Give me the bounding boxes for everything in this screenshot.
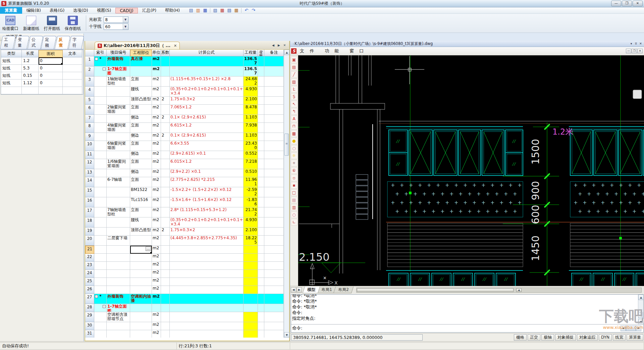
- lookup-cell[interactable]: 0: [39, 57, 63, 65]
- note-cell[interactable]: [264, 123, 284, 133]
- coef-cell[interactable]: [161, 330, 170, 338]
- variable-cell[interactable]: [258, 254, 264, 262]
- formula-cell[interactable]: [170, 312, 244, 322]
- lookup-cell[interactable]: 0.15: [22, 72, 39, 80]
- row-number[interactable]: 26: [85, 286, 94, 294]
- item-cell[interactable]: 1轴附墙造型柱: [107, 77, 130, 87]
- tree-cell[interactable]: [94, 207, 107, 217]
- coef-cell[interactable]: 2: [161, 115, 170, 123]
- bulb-off-icon[interactable]: ○: [291, 145, 298, 152]
- item-cell[interactable]: [107, 262, 130, 270]
- lookup-cell[interactable]: [63, 80, 82, 87]
- row-number[interactable]: 4: [85, 87, 94, 97]
- menu-item-算算量[interactable]: 算算量: [0, 7, 22, 14]
- unit-cell[interactable]: m2: [152, 141, 161, 151]
- scroll-right-icon[interactable]: ▶: [636, 326, 641, 331]
- note-cell[interactable]: [264, 278, 284, 286]
- unit-cell[interactable]: m2: [152, 56, 161, 66]
- item-cell[interactable]: 6-7轴墙: [107, 177, 130, 187]
- item-cell[interactable]: [107, 246, 130, 254]
- layout-scroll-left-icon[interactable]: ◀: [291, 287, 296, 293]
- row-number[interactable]: 3: [85, 77, 94, 87]
- coef-cell[interactable]: 2: [161, 97, 170, 105]
- doc-icon[interactable]: ▤: [291, 197, 298, 203]
- scroll-down-icon[interactable]: ▼: [638, 319, 644, 324]
- coef-cell[interactable]: [161, 217, 170, 228]
- cad-menu-窗口[interactable]: 窗 口: [350, 48, 366, 54]
- part-cell[interactable]: TLc1516: [130, 197, 152, 207]
- variable-cell[interactable]: [258, 56, 264, 66]
- part-cell[interactable]: 顶部凸造型: [130, 228, 152, 236]
- formula-cell[interactable]: 6.015×1.2: [170, 159, 244, 169]
- formula-cell[interactable]: [170, 322, 244, 330]
- collapse-icon[interactable]: -: [95, 295, 98, 298]
- part-cell[interactable]: BM1522: [130, 187, 152, 197]
- part-cell[interactable]: [130, 262, 152, 270]
- part-cell[interactable]: [130, 322, 152, 330]
- cad-minimize-button[interactable]: —: [626, 49, 631, 53]
- variable-cell[interactable]: [258, 330, 264, 338]
- unit-cell[interactable]: m2: [152, 177, 161, 187]
- tree-cell[interactable]: [94, 169, 107, 177]
- item-cell[interactable]: [107, 322, 130, 330]
- pick-box-icon[interactable]: ↰: [291, 108, 298, 115]
- quantity-cell[interactable]: 136.57: [244, 66, 258, 77]
- row-number[interactable]: 6: [85, 105, 94, 115]
- part-cell[interactable]: 侧边: [130, 133, 152, 141]
- note-cell[interactable]: [264, 77, 284, 87]
- cursor-width-select[interactable]: 8▼: [104, 16, 128, 23]
- lookup-cell[interactable]: [63, 72, 82, 80]
- part-cell[interactable]: 空调柜内油漆: [130, 294, 152, 304]
- row-number[interactable]: 5: [85, 97, 94, 105]
- tree-cell[interactable]: [94, 151, 107, 159]
- formula-cell[interactable]: 0.1× (2.9+2.615): [170, 133, 244, 141]
- formula-cell[interactable]: 6.6×3.55: [170, 141, 244, 151]
- lookup-col-文本[interactable]: 文本: [63, 50, 82, 57]
- left-tab-反查[interactable]: 反查: [55, 36, 70, 49]
- part-cell[interactable]: 顶部凸造型: [130, 97, 152, 105]
- quantity-cell[interactable]: 136.57: [244, 56, 258, 66]
- tree-cell[interactable]: [94, 217, 107, 228]
- row-number[interactable]: 27: [85, 294, 94, 304]
- pin-icon[interactable]: ∓: [634, 42, 638, 46]
- coef-cell[interactable]: [161, 270, 170, 278]
- toolbar-button-新建图纸[interactable]: 新建图纸: [21, 15, 42, 32]
- variable-cell[interactable]: [258, 304, 264, 312]
- coef-cell[interactable]: [161, 262, 170, 270]
- row-number[interactable]: 23: [85, 262, 94, 270]
- item-cell[interactable]: [107, 169, 130, 177]
- calc-table-icon[interactable]: ▦: [219, 8, 225, 13]
- note-cell[interactable]: [264, 254, 284, 262]
- note-cell[interactable]: [264, 97, 284, 105]
- close-icon[interactable]: ✕: [282, 43, 287, 48]
- unit-cell[interactable]: m2: [152, 246, 161, 254]
- row-number[interactable]: 14: [85, 177, 94, 187]
- lookup-cell[interactable]: [63, 65, 82, 72]
- scrollbar-thumb[interactable]: [357, 288, 514, 292]
- variable-cell[interactable]: [258, 169, 264, 177]
- unit-cell[interactable]: m2: [152, 294, 161, 304]
- formula-cell[interactable]: [170, 294, 244, 304]
- cad-canvas[interactable]: ++++++++++++++++++++++++++++++++++++++++…: [298, 55, 644, 286]
- coef-cell[interactable]: [161, 177, 170, 187]
- unit-cell[interactable]: m2: [152, 217, 161, 228]
- toolbar-button-打开图纸[interactable]: 打开图纸: [42, 15, 62, 32]
- col-unit[interactable]: 单位: [152, 50, 161, 56]
- unit-cell[interactable]: m2: [152, 207, 161, 217]
- toggle-对象追踪[interactable]: 对象追踪: [577, 334, 598, 341]
- formula-cell[interactable]: (2.9+2.615) ×0.1: [170, 151, 244, 159]
- selection-handle[interactable]: [150, 252, 152, 254]
- variable-cell[interactable]: [258, 262, 264, 270]
- lookup-cell[interactable]: 短线: [1, 65, 22, 72]
- unit-cell[interactable]: m2: [152, 278, 161, 286]
- unit-cell[interactable]: m2: [152, 270, 161, 278]
- tree-cell[interactable]: [94, 105, 107, 115]
- tree-cell[interactable]: -: [94, 66, 107, 77]
- part-cell[interactable]: [130, 236, 152, 246]
- tree-cell[interactable]: [94, 228, 107, 236]
- formula-cell[interactable]: -1.5×1.6+ (1.5+1.6×2) ×0.12: [170, 197, 244, 207]
- bulb-on-icon[interactable]: ●: [291, 138, 298, 144]
- quantity-cell[interactable]: [244, 270, 258, 278]
- row-number[interactable]: 10: [85, 141, 94, 151]
- tree-cell[interactable]: [94, 197, 107, 207]
